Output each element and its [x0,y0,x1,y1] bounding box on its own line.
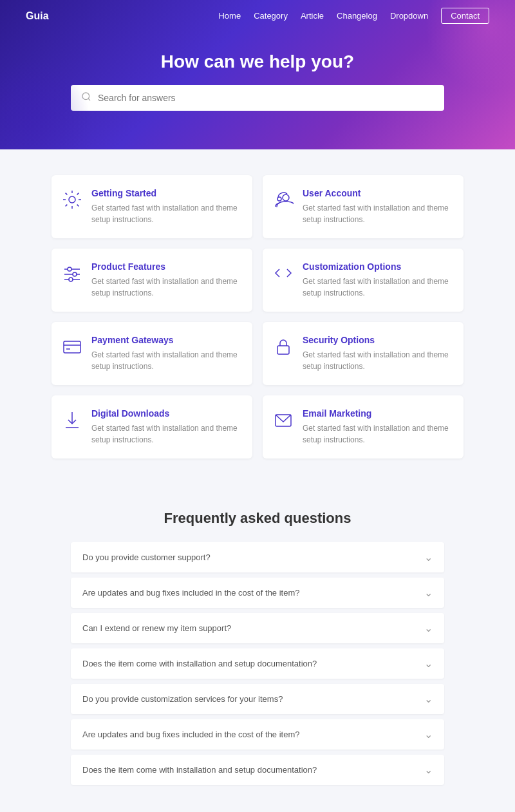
cat-title-payment-gateways: Payment Gateways [91,335,242,345]
faq-item-2[interactable]: Can I extend or renew my item support? ⌄ [71,613,444,643]
search-input[interactable] [98,93,434,103]
lock-icon [273,336,294,359]
cat-content-getting-started: Getting Started Get started fast with in… [91,188,242,225]
card-icon [62,336,82,359]
category-card-product-features[interactable]: Product Features Get started fast with i… [52,249,252,312]
faq-item-5[interactable]: Are updates and bug fixes included in th… [71,719,444,750]
cat-desc-product-features: Get started fast with installation and t… [91,276,242,299]
svg-point-9 [73,272,77,276]
category-card-security-options[interactable]: Security Options Get started fast with i… [263,322,464,385]
cat-title-customization-options: Customization Options [303,261,453,272]
nav-logo[interactable]: Guia [26,10,49,22]
chevron-down-icon-1: ⌄ [424,587,433,599]
chevron-down-icon-0: ⌄ [424,551,433,563]
nav-changelog[interactable]: Changelog [337,11,377,21]
faq-section: Frequently asked questions Do you provid… [0,484,515,811]
cat-title-digital-downloads: Digital Downloads [91,408,242,419]
chevron-down-icon-5: ⌄ [424,728,433,741]
faq-question-0: Do you provide customer support? [82,552,211,562]
cat-title-security-options: Security Options [303,335,453,345]
nav-contact-button[interactable]: Contact [441,8,489,24]
category-card-payment-gateways[interactable]: Payment Gateways Get started fast with i… [52,322,252,385]
svg-point-8 [68,267,71,271]
gear-icon [62,189,82,212]
category-card-digital-downloads[interactable]: Digital Downloads Get started fast with … [52,395,252,458]
nav-home[interactable]: Home [218,11,241,21]
faq-question-6: Does the item come with installation and… [82,765,317,775]
cat-content-customization-options: Customization Options Get started fast w… [303,261,453,299]
nav-article[interactable]: Article [301,11,324,21]
faq-item-1[interactable]: Are updates and bug fixes included in th… [71,578,444,608]
faq-item-4[interactable]: Do you provide customization services fo… [71,684,444,714]
chevron-down-icon-3: ⌄ [424,657,433,670]
cat-desc-user-account: Get started fast with installation and t… [303,202,453,225]
cat-title-getting-started: Getting Started [91,188,242,198]
faq-item-6[interactable]: Does the item come with installation and… [71,755,444,785]
svg-point-10 [69,278,73,281]
cat-desc-customization-options: Get started fast with installation and t… [303,276,453,299]
svg-rect-14 [277,346,289,354]
cat-content-user-account: User Account Get started fast with insta… [303,188,453,225]
category-card-user-account[interactable]: User Account Get started fast with insta… [263,175,464,238]
faq-question-4: Do you provide customization services fo… [82,694,283,704]
svg-point-3 [283,194,289,201]
search-icon [81,91,91,104]
svg-point-0 [82,93,89,100]
faq-question-3: Does the item come with installation and… [82,659,317,668]
search-bar [71,85,444,111]
email-icon [273,410,294,433]
faq-list: Do you provide customer support? ⌄ Are u… [71,542,444,785]
cat-content-product-features: Product Features Get started fast with i… [91,261,242,299]
code-icon [273,263,294,286]
faq-item-0[interactable]: Do you provide customer support? ⌄ [71,542,444,572]
faq-title: Frequently asked questions [52,510,464,527]
cat-content-digital-downloads: Digital Downloads Get started fast with … [91,408,242,446]
navbar: Guia Home Category Article Changelog Dro… [0,0,515,32]
nav-dropdown[interactable]: Dropdown [390,11,428,21]
category-card-getting-started[interactable]: Getting Started Get started fast with in… [52,175,252,238]
cat-title-email-marketing: Email Marketing [303,408,453,419]
hero-title: How can we help you? [26,52,489,72]
chevron-down-icon-4: ⌄ [424,693,433,705]
chevron-down-icon-6: ⌄ [424,764,433,776]
chevron-down-icon-2: ⌄ [424,622,433,634]
cat-title-user-account: User Account [303,188,453,198]
nav-links: Home Category Article Changelog Dropdown… [218,8,489,24]
user-icon [273,189,294,212]
svg-rect-11 [64,341,80,353]
svg-line-1 [88,99,90,100]
cat-desc-getting-started: Get started fast with installation and t… [91,202,242,225]
cat-content-payment-gateways: Payment Gateways Get started fast with i… [91,335,242,372]
svg-point-4 [277,197,281,201]
cat-desc-email-marketing: Get started fast with installation and t… [303,422,453,446]
faq-item-3[interactable]: Does the item come with installation and… [71,648,444,679]
cat-desc-payment-gateways: Get started fast with installation and t… [91,349,242,372]
category-card-customization-options[interactable]: Customization Options Get started fast w… [263,249,464,312]
svg-point-2 [69,196,75,203]
cat-desc-digital-downloads: Get started fast with installation and t… [91,422,242,446]
cat-desc-security-options: Get started fast with installation and t… [303,349,453,372]
sliders-icon [62,263,82,286]
faq-question-5: Are updates and bug fixes included in th… [82,730,300,739]
cat-title-product-features: Product Features [91,261,242,272]
cat-content-security-options: Security Options Get started fast with i… [303,335,453,372]
download-icon [62,410,82,433]
categories-grid: Getting Started Get started fast with in… [52,175,464,458]
faq-question-1: Are updates and bug fixes included in th… [82,588,300,598]
faq-question-2: Can I extend or renew my item support? [82,623,231,633]
cat-content-email-marketing: Email Marketing Get started fast with in… [303,408,453,446]
category-card-email-marketing[interactable]: Email Marketing Get started fast with in… [263,395,464,458]
categories-section: Getting Started Get started fast with in… [0,149,515,484]
nav-category[interactable]: Category [254,11,288,21]
